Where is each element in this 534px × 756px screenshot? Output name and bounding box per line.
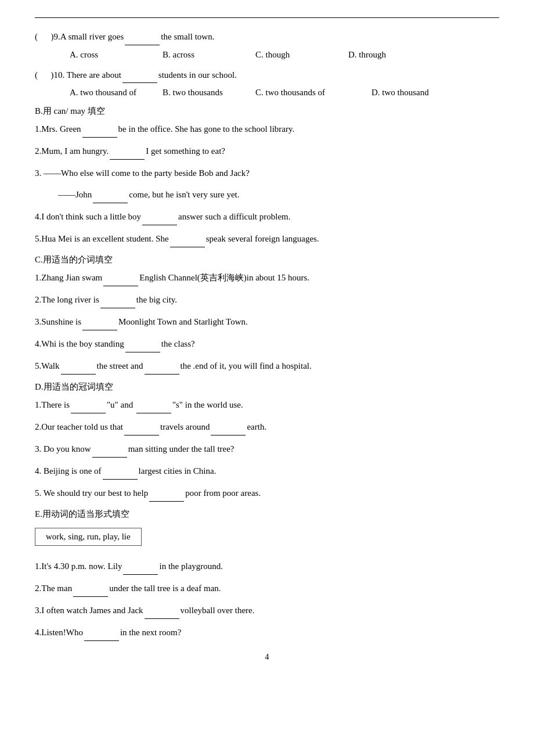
c1-question: 1.Zhang Jian swam English Channel(英吉利海峡)… [35, 270, 499, 286]
d4-question: 4. Beijing is one of largest cities in C… [35, 463, 499, 480]
b3b-question: ——John come, but he isn't very sure yet. [58, 187, 499, 203]
q9-blank [125, 30, 160, 45]
section-b-header: B.用 can/ may 填空 [35, 106, 499, 117]
d2-question: 2.Our teacher told us that travels aroun… [35, 419, 499, 435]
d3-blank [92, 441, 127, 458]
word-box: work, sing, run, play, lie [35, 528, 142, 546]
b1-blank [82, 121, 117, 138]
section-e-header: E.用动词的适当形式填空 [35, 509, 499, 520]
section-d-header: D.用适当的冠词填空 [35, 381, 499, 393]
page-number: 4 [35, 653, 499, 662]
d5-question: 5. We should try our best to help poor f… [35, 485, 499, 502]
d5-blank [149, 485, 184, 502]
question-9-row: ( ) 9.A small river goes the small town. [35, 30, 499, 45]
e1-blank [123, 559, 158, 575]
q10-optC: C. two thousands of [255, 88, 371, 98]
q10-optB: B. two thousands [163, 88, 255, 98]
section-c: C.用适当的介词填空 1.Zhang Jian swam English Cha… [35, 254, 499, 375]
d4-blank [103, 463, 138, 480]
q10-text: 10. There are about [54, 68, 121, 83]
b2-blank [110, 143, 145, 160]
q9-optD: D. through [348, 50, 441, 60]
d2-blank1 [124, 419, 159, 435]
c4-question: 4.Whi is the boy standing the class? [35, 336, 499, 352]
section-e: E.用动词的适当形式填空 work, sing, run, play, lie … [35, 509, 499, 641]
d1-blank1 [71, 397, 106, 413]
q9-optA: A. cross [70, 50, 163, 60]
c2-blank [100, 292, 135, 308]
d1-question: 1.There is "u" and "s" in the world use. [35, 397, 499, 413]
b2-question: 2.Mum, I am hungry. I get something to e… [35, 143, 499, 160]
c5-blank1 [61, 358, 96, 375]
q9-options: A. cross B. across C. though D. through [70, 50, 499, 60]
top-divider [35, 17, 499, 18]
e4-blank [84, 625, 119, 641]
b5-question: 5.Hua Mei is an excellent student. She s… [35, 231, 499, 247]
q9-optC: C. though [255, 50, 348, 60]
e3-question: 3.I often watch James and Jack volleybal… [35, 603, 499, 619]
q10-optD: D. two thousand [371, 88, 464, 98]
c5-blank2 [145, 358, 179, 375]
b1-question: 1.Mrs. Green be in the office. She has g… [35, 121, 499, 138]
q9-after: the small town. [161, 30, 214, 45]
b3a-question: 3. ——Who else will come to the party bes… [35, 165, 499, 181]
c5-question: 5.Walk the street and the .end of it, yo… [35, 358, 499, 375]
e2-question: 2.The man under the tall tree is a deaf … [35, 581, 499, 597]
e2-blank [73, 581, 108, 597]
q10-optA: A. two thousand of [70, 88, 163, 98]
e4-question: 4.Listen!Who in the next room? [35, 625, 499, 641]
question-10-row: ( ) 10. There are about students in our … [35, 68, 499, 84]
e3-blank [145, 603, 179, 619]
page-container: ( ) 9.A small river goes the small town.… [0, 0, 534, 756]
d3-question: 3. Do you know man sitting under the tal… [35, 441, 499, 458]
c4-blank [125, 336, 160, 352]
q10-paren: ( ) [35, 68, 54, 83]
section-d: D.用适当的冠词填空 1.There is "u" and "s" in the… [35, 381, 499, 502]
q9-optB: B. across [163, 50, 255, 60]
d1-blank2 [136, 397, 171, 413]
section-b: B.用 can/ may 填空 1.Mrs. Green be in the o… [35, 106, 499, 247]
b4-blank [142, 209, 177, 225]
q9-text: 9.A small river goes [54, 30, 124, 45]
q10-options: A. two thousand of B. two thousands C. t… [70, 88, 499, 98]
q10-blank [122, 68, 157, 84]
c2-question: 2.The long river is the big city. [35, 292, 499, 308]
c1-blank [103, 270, 138, 286]
q10-after: students in our school. [158, 68, 237, 83]
b4-question: 4.I don't think such a little boy answer… [35, 209, 499, 225]
c3-question: 3.Sunshine is Moonlight Town and Starlig… [35, 314, 499, 330]
d2-blank2 [211, 419, 246, 435]
q9-paren: ( ) [35, 30, 54, 45]
question-9-section: ( ) 9.A small river goes the small town.… [35, 30, 499, 60]
b5-blank [170, 231, 205, 247]
question-10-section: ( ) 10. There are about students in our … [35, 68, 499, 98]
word-box-container: work, sing, run, play, lie [35, 524, 499, 554]
b3b-blank [93, 187, 128, 203]
e1-question: 1.It's 4.30 p.m. now. Lily in the playgr… [35, 559, 499, 575]
section-c-header: C.用适当的介词填空 [35, 254, 499, 265]
c3-blank [82, 314, 117, 330]
